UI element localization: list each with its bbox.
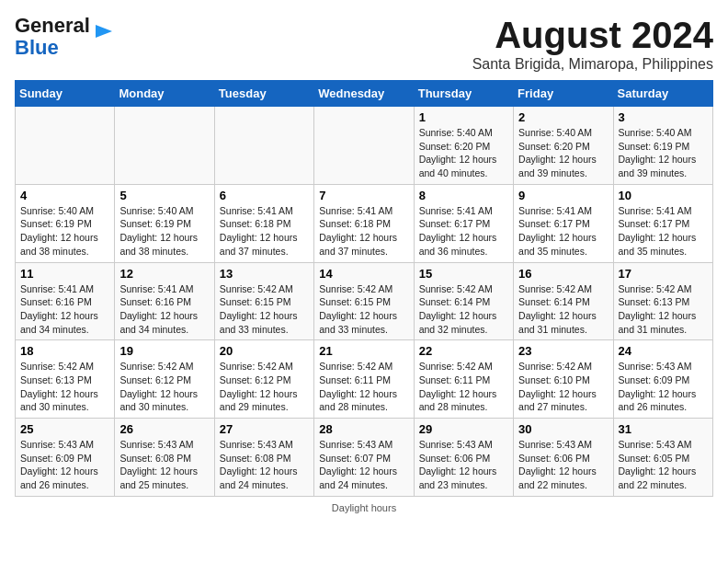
calendar-cell: 21Sunrise: 5:42 AM Sunset: 6:11 PM Dayli… — [314, 340, 414, 419]
week-row-1: 1Sunrise: 5:40 AM Sunset: 6:20 PM Daylig… — [16, 107, 713, 185]
calendar-cell: 28Sunrise: 5:43 AM Sunset: 6:07 PM Dayli… — [314, 419, 414, 497]
day-number: 25 — [20, 422, 109, 436]
day-info: Sunrise: 5:40 AM Sunset: 6:19 PM Dayligh… — [119, 204, 209, 259]
day-number: 30 — [518, 422, 608, 436]
calendar-cell: 12Sunrise: 5:41 AM Sunset: 6:16 PM Dayli… — [115, 262, 214, 340]
day-info: Sunrise: 5:42 AM Sunset: 6:10 PM Dayligh… — [518, 360, 608, 414]
day-number: 20 — [220, 344, 309, 358]
day-number: 1 — [419, 110, 508, 124]
logo-text: GeneralBlue — [15, 15, 90, 59]
column-header-thursday: Thursday — [414, 81, 513, 107]
column-header-sunday: Sunday — [16, 81, 115, 107]
calendar-cell: 6Sunrise: 5:41 AM Sunset: 6:18 PM Daylig… — [214, 184, 313, 262]
day-number: 23 — [518, 344, 608, 358]
page-title: August 2024 — [472, 15, 713, 56]
day-info: Sunrise: 5:41 AM Sunset: 6:16 PM Dayligh… — [20, 282, 109, 337]
day-number: 21 — [319, 344, 408, 358]
day-number: 14 — [319, 267, 408, 281]
day-number: 26 — [119, 422, 209, 436]
calendar-cell: 24Sunrise: 5:43 AM Sunset: 6:09 PM Dayli… — [613, 340, 712, 419]
calendar-cell: 17Sunrise: 5:42 AM Sunset: 6:13 PM Dayli… — [613, 262, 712, 340]
calendar-cell: 2Sunrise: 5:40 AM Sunset: 6:20 PM Daylig… — [514, 107, 613, 185]
day-number: 28 — [319, 422, 408, 436]
day-number: 13 — [220, 267, 309, 281]
logo-arrow-icon — [94, 21, 114, 41]
day-number: 7 — [319, 189, 408, 202]
day-number: 3 — [619, 110, 708, 124]
calendar-cell: 9Sunrise: 5:41 AM Sunset: 6:17 PM Daylig… — [514, 184, 613, 262]
calendar-cell: 10Sunrise: 5:41 AM Sunset: 6:17 PM Dayli… — [613, 184, 712, 262]
day-number: 5 — [119, 189, 209, 202]
calendar-cell: 25Sunrise: 5:43 AM Sunset: 6:09 PM Dayli… — [16, 419, 115, 497]
week-row-2: 4Sunrise: 5:40 AM Sunset: 6:19 PM Daylig… — [16, 184, 713, 262]
day-number: 8 — [419, 189, 508, 202]
day-number: 24 — [619, 344, 708, 358]
calendar-cell: 30Sunrise: 5:43 AM Sunset: 6:06 PM Dayli… — [514, 419, 613, 497]
day-info: Sunrise: 5:40 AM Sunset: 6:19 PM Dayligh… — [619, 126, 708, 180]
calendar-cell: 8Sunrise: 5:41 AM Sunset: 6:17 PM Daylig… — [414, 184, 513, 262]
day-number: 22 — [419, 344, 508, 358]
day-info: Sunrise: 5:41 AM Sunset: 6:17 PM Dayligh… — [619, 204, 708, 259]
calendar-cell: 18Sunrise: 5:42 AM Sunset: 6:13 PM Dayli… — [16, 340, 115, 419]
page-subtitle: Santa Brigida, Mimaropa, Philippines — [472, 56, 713, 73]
day-info: Sunrise: 5:41 AM Sunset: 6:17 PM Dayligh… — [419, 204, 508, 259]
day-info: Sunrise: 5:42 AM Sunset: 6:12 PM Dayligh… — [119, 360, 209, 414]
day-number: 6 — [220, 189, 309, 202]
day-number: 2 — [518, 110, 608, 124]
calendar-cell: 19Sunrise: 5:42 AM Sunset: 6:12 PM Dayli… — [115, 340, 214, 419]
day-number: 12 — [119, 267, 209, 281]
day-number: 11 — [20, 267, 109, 281]
footer: Daylight hours — [15, 502, 713, 513]
header: GeneralBlue August 2024 Santa Brigida, M… — [15, 15, 713, 73]
calendar-cell: 4Sunrise: 5:40 AM Sunset: 6:19 PM Daylig… — [16, 184, 115, 262]
calendar-cell — [314, 107, 414, 185]
calendar-cell — [16, 107, 115, 185]
day-info: Sunrise: 5:43 AM Sunset: 6:06 PM Dayligh… — [419, 438, 508, 492]
day-info: Sunrise: 5:40 AM Sunset: 6:19 PM Dayligh… — [20, 204, 109, 259]
calendar-body: 1Sunrise: 5:40 AM Sunset: 6:20 PM Daylig… — [16, 107, 713, 497]
calendar-cell: 22Sunrise: 5:42 AM Sunset: 6:11 PM Dayli… — [414, 340, 513, 419]
calendar-cell: 31Sunrise: 5:43 AM Sunset: 6:05 PM Dayli… — [613, 419, 712, 497]
title-block: August 2024 Santa Brigida, Mimaropa, Phi… — [472, 15, 713, 73]
day-number: 29 — [419, 422, 508, 436]
day-number: 16 — [518, 267, 608, 281]
daylight-label: Daylight hours — [332, 502, 396, 513]
day-info: Sunrise: 5:42 AM Sunset: 6:13 PM Dayligh… — [619, 282, 708, 337]
day-info: Sunrise: 5:42 AM Sunset: 6:15 PM Dayligh… — [319, 282, 408, 337]
day-number: 10 — [619, 189, 708, 202]
logo: GeneralBlue — [15, 15, 114, 59]
day-info: Sunrise: 5:42 AM Sunset: 6:14 PM Dayligh… — [419, 282, 508, 337]
calendar-cell: 20Sunrise: 5:42 AM Sunset: 6:12 PM Dayli… — [214, 340, 313, 419]
day-number: 17 — [619, 267, 708, 281]
day-info: Sunrise: 5:43 AM Sunset: 6:07 PM Dayligh… — [319, 438, 408, 492]
day-number: 9 — [518, 189, 608, 202]
calendar-cell — [115, 107, 214, 185]
column-header-wednesday: Wednesday — [314, 81, 414, 107]
day-info: Sunrise: 5:42 AM Sunset: 6:15 PM Dayligh… — [220, 282, 309, 337]
day-info: Sunrise: 5:42 AM Sunset: 6:14 PM Dayligh… — [518, 282, 608, 337]
day-info: Sunrise: 5:43 AM Sunset: 6:09 PM Dayligh… — [20, 438, 109, 492]
day-number: 15 — [419, 267, 508, 281]
day-info: Sunrise: 5:42 AM Sunset: 6:11 PM Dayligh… — [419, 360, 508, 414]
day-info: Sunrise: 5:43 AM Sunset: 6:06 PM Dayligh… — [518, 438, 608, 492]
day-info: Sunrise: 5:43 AM Sunset: 6:08 PM Dayligh… — [119, 438, 209, 492]
calendar-table: SundayMondayTuesdayWednesdayThursdayFrid… — [15, 80, 713, 497]
calendar-cell: 29Sunrise: 5:43 AM Sunset: 6:06 PM Dayli… — [414, 419, 513, 497]
calendar-cell: 1Sunrise: 5:40 AM Sunset: 6:20 PM Daylig… — [414, 107, 513, 185]
day-info: Sunrise: 5:41 AM Sunset: 6:18 PM Dayligh… — [220, 204, 309, 259]
day-info: Sunrise: 5:40 AM Sunset: 6:20 PM Dayligh… — [419, 126, 508, 180]
day-info: Sunrise: 5:41 AM Sunset: 6:17 PM Dayligh… — [518, 204, 608, 259]
day-number: 4 — [20, 189, 109, 202]
day-info: Sunrise: 5:42 AM Sunset: 6:11 PM Dayligh… — [319, 360, 408, 414]
day-number: 27 — [220, 422, 309, 436]
column-header-friday: Friday — [514, 81, 613, 107]
calendar-cell: 5Sunrise: 5:40 AM Sunset: 6:19 PM Daylig… — [115, 184, 214, 262]
week-row-4: 18Sunrise: 5:42 AM Sunset: 6:13 PM Dayli… — [16, 340, 713, 419]
svg-marker-0 — [96, 25, 112, 38]
day-info: Sunrise: 5:41 AM Sunset: 6:16 PM Dayligh… — [119, 282, 209, 337]
calendar-header: SundayMondayTuesdayWednesdayThursdayFrid… — [16, 81, 713, 107]
day-number: 31 — [619, 422, 708, 436]
calendar-cell: 15Sunrise: 5:42 AM Sunset: 6:14 PM Dayli… — [414, 262, 513, 340]
calendar-cell: 16Sunrise: 5:42 AM Sunset: 6:14 PM Dayli… — [514, 262, 613, 340]
column-header-saturday: Saturday — [613, 81, 712, 107]
